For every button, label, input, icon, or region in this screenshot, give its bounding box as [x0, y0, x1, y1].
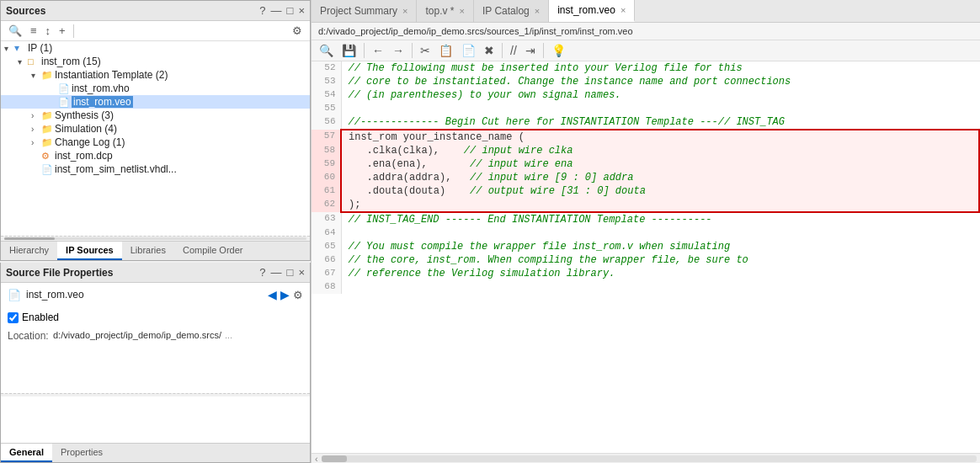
- line-number: 67: [312, 267, 341, 280]
- tab-close-inst-rom-veo[interactable]: ×: [620, 5, 626, 15]
- props-forward-button[interactable]: ▶: [280, 288, 290, 301]
- tree-arrow-ip: ▾: [4, 44, 14, 53]
- sources-titlebar: Sources ? — □ ×: [1, 1, 310, 21]
- tab-top-v[interactable]: top.v * ×: [417, 0, 473, 22]
- line-content: );: [341, 198, 979, 212]
- tab-label-project-summary: Project Summary: [320, 5, 397, 17]
- props-gear-button[interactable]: ⚙: [293, 288, 303, 301]
- tree-arrow-vho: [48, 84, 58, 93]
- table-row: 66 // the core, inst_rom. When compiling…: [312, 253, 979, 267]
- toolbar-separator: [73, 24, 74, 38]
- folder-icon-changelog: 📁: [41, 137, 55, 148]
- sources-help-icon[interactable]: ?: [259, 4, 265, 17]
- editor-forward-button[interactable]: →: [390, 43, 407, 58]
- sources-minimize-icon[interactable]: —: [271, 4, 282, 17]
- toolbar-sep4: [543, 43, 544, 58]
- scroll-thumb: [4, 237, 55, 240]
- properties-titlebar: Source File Properties ? — □ ×: [1, 263, 310, 283]
- line-number: 52: [312, 61, 341, 75]
- sources-maximize-icon[interactable]: □: [287, 4, 294, 17]
- editor-horizontal-scrollbar[interactable]: ‹: [312, 453, 980, 463]
- editor-lightbulb-button[interactable]: 💡: [549, 43, 568, 58]
- sources-close-icon[interactable]: ×: [298, 4, 305, 17]
- editor-indent-button[interactable]: ⇥: [523, 43, 538, 58]
- editor-copy-button[interactable]: 📋: [436, 43, 455, 58]
- horizontal-scrollbar[interactable]: [4, 237, 306, 240]
- editor-delete-button[interactable]: ✖: [482, 43, 497, 58]
- line-content: .douta(douta) // output wire [31 : 0] do…: [341, 184, 979, 198]
- tab-hierarchy[interactable]: Hierarchy: [1, 242, 57, 260]
- line-number: 62: [312, 198, 341, 212]
- left-panel: Sources ? — □ × 🔍 ≡ ↕ + ⚙: [0, 0, 312, 463]
- code-table: 52 // The following must be inserted int…: [312, 61, 980, 294]
- sources-gear-button[interactable]: ⚙: [290, 24, 305, 38]
- sources-collapse-button[interactable]: ≡: [28, 24, 40, 38]
- editor-save-button[interactable]: 💾: [339, 43, 359, 58]
- table-row: 60 .addra(addra), // input wire [9 : 0] …: [312, 171, 979, 184]
- line-content: // (in parentheses) to your own signal n…: [341, 88, 979, 102]
- tab-ip-sources[interactable]: IP Sources: [57, 242, 122, 260]
- line-content: .ena(ena), // input wire ena: [341, 157, 979, 171]
- tree-item-inst-rom-sim[interactable]: 📄 inst_rom_sim_netlist.vhdl...: [1, 162, 310, 176]
- properties-maximize-icon[interactable]: □: [287, 266, 294, 279]
- tab-label-inst-rom-veo: inst_rom.veo: [557, 4, 615, 16]
- file-icon-dcp: ⚙: [41, 151, 55, 162]
- tab-properties[interactable]: Properties: [52, 444, 111, 462]
- editor-back-button[interactable]: ←: [370, 43, 386, 58]
- table-row: 65 // You must compile the wrapper file …: [312, 240, 979, 253]
- tab-project-summary[interactable]: Project Summary ×: [312, 0, 417, 22]
- tree-item-synthesis[interactable]: › 📁 Synthesis (3): [1, 109, 310, 122]
- tree-label-inst-template: Instantiation Template (2): [55, 69, 168, 81]
- enabled-checkbox[interactable]: [8, 312, 19, 323]
- location-label: Location:: [8, 330, 50, 342]
- editor-toolbar: 🔍 💾 ← → ✂ 📋 📄 ✖ // ⇥ 💡: [312, 40, 980, 61]
- tab-close-ip-catalog[interactable]: ×: [535, 6, 540, 16]
- tree-item-inst-rom-veo[interactable]: 📄 inst_rom.veo: [1, 95, 310, 109]
- tree-item-simulation[interactable]: › 📁 Simulation (4): [1, 122, 310, 136]
- tree-arrow-veo: [48, 98, 58, 107]
- line-content: inst_rom your_instance_name (: [341, 130, 979, 144]
- enabled-checkbox-row: Enabled: [8, 311, 303, 323]
- editor-comment-button[interactable]: //: [508, 43, 519, 58]
- editor-tab-bar: Project Summary × top.v * × IP Catalog ×…: [312, 0, 980, 23]
- tree-item-changelog[interactable]: › 📁 Change Log (1): [1, 136, 310, 149]
- sources-search-button[interactable]: 🔍: [6, 24, 24, 38]
- tree-arrow-sim: [31, 165, 41, 174]
- line-content: [341, 226, 979, 240]
- code-area[interactable]: 52 // The following must be inserted int…: [312, 61, 980, 453]
- line-number: 53: [312, 75, 341, 88]
- tree-item-inst-rom-vho[interactable]: 📄 inst_rom.vho: [1, 82, 310, 95]
- tab-general[interactable]: General: [1, 444, 52, 462]
- editor-cut-button[interactable]: ✂: [418, 43, 433, 58]
- tree-item-inst-rom[interactable]: ▾ □ inst_rom (15): [1, 55, 310, 68]
- line-content: .clka(clka), // input wire clka: [341, 144, 979, 157]
- line-number: 66: [312, 253, 341, 267]
- scroll-track[interactable]: [322, 455, 977, 462]
- folder-icon-simulation: 📁: [41, 124, 55, 135]
- props-back-button[interactable]: ◀: [268, 288, 277, 301]
- tree-item-ip[interactable]: ▾ ▾ IP (1): [1, 41, 310, 55]
- tree-label-changelog: Change Log (1): [55, 136, 125, 148]
- properties-minimize-icon[interactable]: —: [271, 266, 282, 279]
- editor-search-button[interactable]: 🔍: [317, 43, 336, 58]
- tree-item-inst-template[interactable]: ▾ 📁 Instantiation Template (2): [1, 68, 310, 82]
- sources-add-button[interactable]: +: [56, 24, 68, 38]
- tree-item-inst-rom-dcp[interactable]: ⚙ inst_rom.dcp: [1, 149, 310, 162]
- tab-ip-catalog[interactable]: IP Catalog ×: [474, 0, 549, 22]
- line-number: 60: [312, 171, 341, 184]
- tab-compile-order[interactable]: Compile Order: [174, 242, 252, 260]
- tab-inst-rom-veo[interactable]: inst_rom.veo ×: [549, 0, 635, 22]
- table-row: 53 // core to be instantiated. Change th…: [312, 75, 979, 88]
- sources-up-button[interactable]: ↕: [43, 24, 54, 38]
- scroll-left-arrow[interactable]: ‹: [315, 454, 318, 464]
- table-row: 58 .clka(clka), // input wire clka: [312, 144, 979, 157]
- line-content: [341, 102, 979, 115]
- properties-help-icon[interactable]: ?: [259, 266, 265, 279]
- properties-close-icon[interactable]: ×: [298, 266, 305, 279]
- line-number: 59: [312, 157, 341, 171]
- line-content: // the core, inst_rom. When compiling th…: [341, 253, 979, 267]
- tab-libraries[interactable]: Libraries: [122, 242, 174, 260]
- editor-paste-button[interactable]: 📄: [459, 43, 478, 58]
- tab-close-project-summary[interactable]: ×: [402, 6, 407, 16]
- tab-close-top-v[interactable]: ×: [460, 6, 465, 16]
